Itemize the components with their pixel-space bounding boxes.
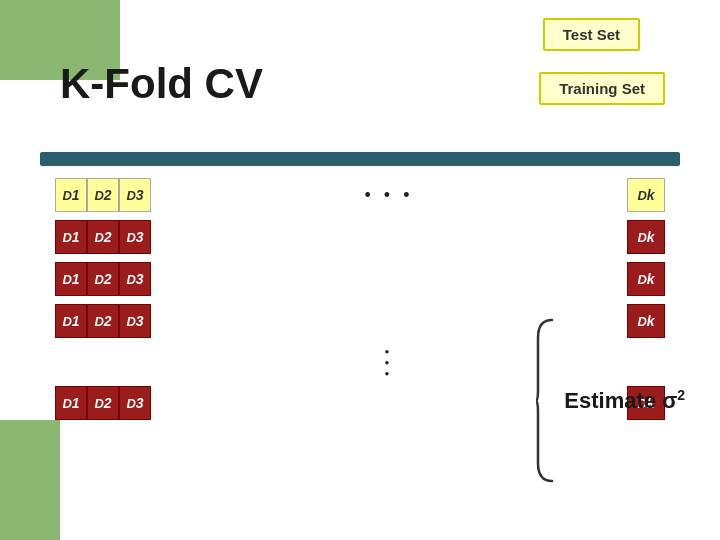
divider-bar [40, 152, 680, 166]
row2-d3: D3 [119, 220, 151, 254]
row4-d1: D1 [55, 304, 87, 338]
estimate-group: Estimate σ2 [534, 318, 685, 483]
fold-row-1: D1 D2 D3 • • • Dk [55, 178, 665, 212]
row1-dk: Dk [627, 178, 665, 212]
row1-d2: D2 [87, 178, 119, 212]
test-set-badge: Test Set [543, 18, 640, 51]
decorative-green-bottom [0, 420, 60, 540]
curly-brace-icon [534, 318, 556, 483]
row3-dots: • • • [151, 269, 627, 290]
row1-dots: • • • [151, 185, 627, 206]
row2-dots: • • • [151, 227, 627, 248]
training-set-badge: Training Set [539, 72, 665, 105]
fold-row-3: D1 D2 D3 • • • Dk [55, 262, 665, 296]
row2-d1: D1 [55, 220, 87, 254]
estimate-label: Estimate σ2 [564, 387, 685, 414]
page-title: K-Fold CV [60, 60, 263, 108]
row3-dk: Dk [627, 262, 665, 296]
row5-d3: D3 [119, 386, 151, 420]
row3-d2: D2 [87, 262, 119, 296]
row4-d2: D2 [87, 304, 119, 338]
row1-d3: D3 [119, 178, 151, 212]
fold-row-2: D1 D2 D3 • • • Dk [55, 220, 665, 254]
row3-d1: D1 [55, 262, 87, 296]
row5-d2: D2 [87, 386, 119, 420]
row3-d3: D3 [119, 262, 151, 296]
row1-d1: D1 [55, 178, 87, 212]
test-set-label: Test Set [563, 26, 620, 43]
row2-dk: Dk [627, 220, 665, 254]
row2-d2: D2 [87, 220, 119, 254]
training-set-label: Training Set [559, 80, 645, 97]
row5-d1: D1 [55, 386, 87, 420]
row4-d3: D3 [119, 304, 151, 338]
